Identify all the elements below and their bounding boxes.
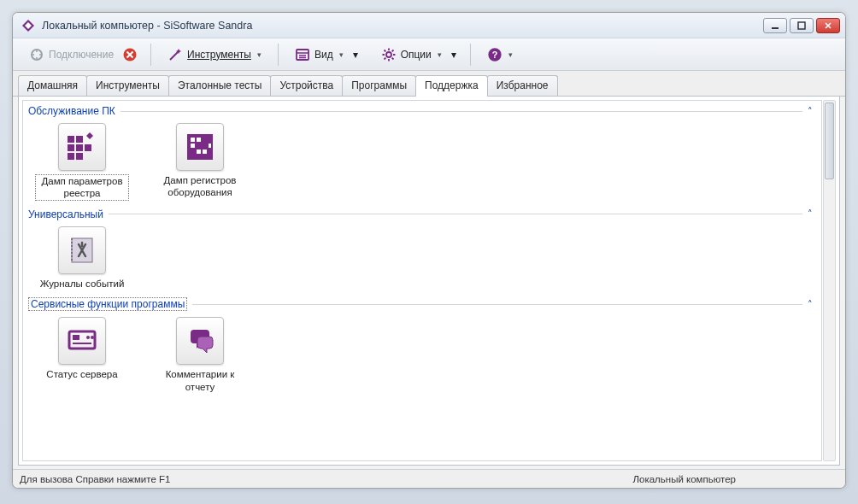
tab-benchmarks[interactable]: Эталонные тесты [168, 75, 272, 96]
options-label: Опции [401, 49, 432, 61]
status-hint: Для вызова Справки нажмите F1 [20, 474, 170, 484]
svg-line-18 [384, 57, 385, 59]
item-event-logs[interactable]: Журналы событий [35, 226, 129, 290]
tab-label: Инструменты [96, 79, 160, 91]
svg-marker-28 [86, 132, 93, 139]
tab-label: Эталонные тесты [178, 79, 262, 91]
item-server-status[interactable]: Статус сервера [35, 317, 129, 393]
item-label: Статус сервера [46, 369, 117, 379]
svg-rect-6 [297, 50, 309, 60]
collapse-icon: ˄ [808, 299, 813, 310]
svg-rect-26 [68, 153, 74, 160]
svg-rect-27 [76, 153, 83, 160]
svg-rect-30 [191, 138, 195, 142]
svg-rect-32 [191, 144, 195, 148]
group-service-functions: Сервисные функции программы ˄ [26, 296, 818, 395]
item-registry-dump[interactable]: Дамп параметров реестра [35, 123, 129, 201]
svg-point-40 [91, 336, 94, 339]
connect-button[interactable]: Подключение [23, 44, 120, 66]
titlebar[interactable]: Локальный компьютер - SiSoftware Sandra [13, 13, 845, 38]
group-header[interactable]: Обслуживание ПК ˄ [26, 104, 818, 118]
item-hardware-registers[interactable]: Дамп регистров оборудования [153, 123, 247, 201]
tab-label: Поддержка [425, 79, 479, 91]
gear-icon [381, 47, 397, 62]
report-comments-icon [176, 317, 224, 365]
dropdown-split-icon[interactable]: ▾ [350, 49, 361, 61]
tab-label: Устройства [279, 79, 333, 91]
svg-rect-35 [197, 149, 201, 154]
svg-rect-2 [772, 27, 779, 29]
group-header[interactable]: Сервисные функции программы ˄ [26, 296, 818, 312]
dropdown-icon: ▾ [438, 50, 442, 59]
connect-icon [29, 47, 44, 62]
help-icon: ? [487, 47, 502, 62]
svg-rect-22 [76, 136, 83, 143]
help-button[interactable]: ? ▾ [481, 44, 519, 66]
collapse-icon: ˄ [808, 208, 813, 220]
vertical-scrollbar[interactable] [823, 100, 836, 461]
wand-icon [167, 47, 183, 62]
minimize-button[interactable] [763, 18, 787, 33]
event-log-icon [58, 226, 106, 274]
svg-point-10 [386, 52, 391, 57]
tab-home[interactable]: Домашняя [18, 75, 87, 96]
view-label: Вид [314, 49, 333, 61]
svg-line-16 [391, 57, 393, 59]
group-universal: Универсальный ˄ [26, 208, 818, 291]
scroll-thumb[interactable] [825, 103, 834, 179]
group-pc-maintenance: Обслуживание ПК ˄ [26, 104, 818, 202]
svg-rect-3 [798, 22, 805, 29]
svg-rect-25 [85, 144, 91, 151]
group-title: Сервисные функции программы [28, 297, 187, 311]
toolbar: Подключение Инстр [13, 38, 845, 71]
tab-label: Домашняя [27, 79, 78, 91]
svg-rect-33 [203, 149, 207, 154]
tab-support[interactable]: Поддержка [415, 75, 488, 97]
toolbar-separator [278, 44, 279, 66]
tab-programs[interactable]: Программы [342, 75, 416, 96]
svg-line-17 [391, 50, 393, 51]
svg-rect-23 [68, 144, 74, 151]
content-pane: Обслуживание ПК ˄ [18, 97, 840, 466]
svg-rect-34 [209, 144, 211, 148]
dropdown-icon: ▾ [508, 50, 513, 59]
view-icon [295, 47, 310, 62]
statusbar: Для вызова Справки нажмите F1 Локальный … [13, 469, 845, 488]
group-title: Универсальный [28, 208, 103, 220]
tab-devices[interactable]: Устройства [270, 75, 343, 96]
item-label: Дамп параметров реестра [35, 174, 129, 201]
disconnect-button[interactable] [120, 44, 140, 65]
tab-label: Программы [351, 79, 407, 91]
tab-instruments[interactable]: Инструменты [86, 75, 169, 96]
status-computer: Локальный компьютер [632, 474, 736, 484]
item-report-comments[interactable]: Комментарии к отчету [153, 317, 247, 393]
app-window: Локальный компьютер - SiSoftware Sandra [12, 12, 846, 489]
svg-rect-21 [68, 136, 74, 143]
registry-dump-icon [58, 123, 106, 171]
connect-label: Подключение [49, 49, 114, 61]
toolbar-separator [150, 44, 151, 66]
tab-label: Избранное [497, 79, 549, 91]
item-label: Комментарии к отчету [166, 369, 235, 391]
options-button[interactable]: Опции ▾ [375, 44, 448, 66]
view-button[interactable]: Вид ▾ [289, 44, 350, 66]
server-status-icon [58, 317, 106, 365]
svg-rect-24 [76, 144, 83, 151]
group-header[interactable]: Универсальный ˄ [26, 208, 818, 221]
svg-rect-31 [197, 138, 201, 142]
svg-point-39 [86, 336, 90, 339]
maximize-button[interactable] [790, 18, 814, 33]
dropdown-icon: ▾ [339, 50, 344, 59]
svg-rect-38 [73, 335, 79, 340]
window-title: Локальный компьютер - SiSoftware Sandra [42, 20, 763, 32]
hardware-registers-icon [176, 123, 224, 171]
dropdown-icon: ▾ [257, 50, 262, 59]
instruments-button[interactable]: Инструменты ▾ [162, 44, 267, 66]
app-icon [21, 19, 35, 32]
toolbar-separator [470, 44, 471, 66]
close-button[interactable] [816, 18, 840, 33]
dropdown-split-icon[interactable]: ▾ [448, 49, 460, 61]
scroll-area: Обслуживание ПК ˄ [22, 100, 822, 461]
tab-favorites[interactable]: Избранное [487, 75, 558, 96]
item-label: Журналы событий [40, 278, 125, 289]
